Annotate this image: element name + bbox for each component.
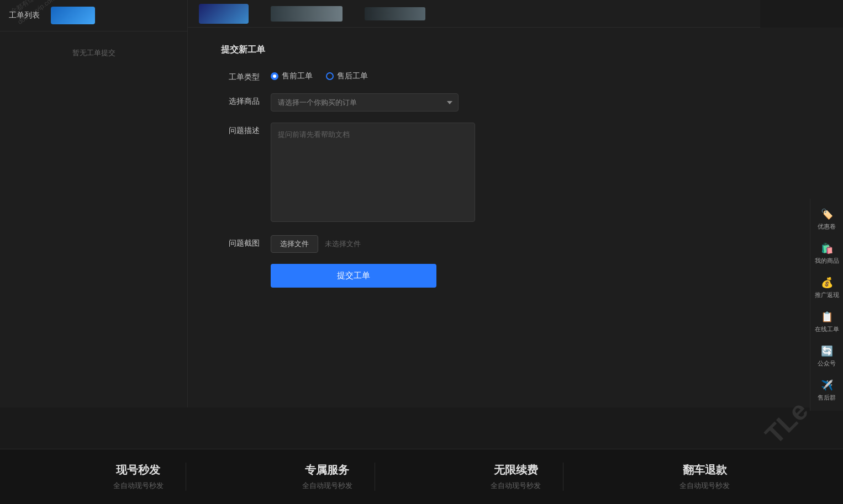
screenshot-label: 问题截图 [221,235,260,248]
sidebar-item-shop[interactable]: 🛍️ 我的商品 [810,237,843,269]
footer: 现号秒发 全自动现号秒发 专属服务 全自动现号秒发 无限续费 全自动现号秒发 翻… [0,449,843,504]
right-sidebar: 🏷️ 优惠卷 🛍️ 我的商品 💰 推广返现 📋 在线工单 🔄 公众号 ✈️ 售后… [810,199,843,411]
radio-presale[interactable]: 售前工单 [271,71,313,81]
shop-label: 我的商品 [815,257,839,265]
problem-desc-label: 问题描述 [221,123,260,136]
top-tabs [188,0,760,28]
sidebar-item-coupon[interactable]: 🏷️ 优惠卷 [810,203,843,235]
sidebar-empty: 暂无工单提交 [0,31,187,407]
sidebar-item-rebate[interactable]: 💰 推广返现 [810,272,843,304]
top-tab-2[interactable] [271,0,343,27]
sidebar-item-ticket[interactable]: 📋 在线工单 [810,306,843,338]
group-label: 售后群 [818,394,836,402]
problem-textarea[interactable] [271,123,475,222]
ticket-type-row: 工单类型 售前工单 售后工单 [221,69,810,82]
coupon-icon: 🏷️ [820,208,834,221]
ticket-type-label: 工单类型 [221,69,260,82]
footer-item-0: 现号秒发 全自动现号秒发 [91,463,186,491]
footer-title-0: 现号秒发 [113,463,164,478]
footer-item-3: 翻车退款 全自动现号秒发 [657,463,752,491]
sidebar-header: 工单列表 [0,0,187,31]
ticket-label: 在线工单 [815,325,839,333]
sidebar-tab-active[interactable] [51,7,95,24]
tab-icon-3 [365,7,425,20]
file-no-selected-text: 未选择文件 [325,239,361,249]
footer-subtitle-3: 全自动现号秒发 [679,481,730,491]
rebate-label: 推广返现 [815,291,839,299]
radio-aftersale[interactable]: 售后工单 [326,71,368,81]
radio-presale-input[interactable] [271,72,278,80]
footer-subtitle-2: 全自动现号秒发 [491,481,541,491]
radio-group: 售前工单 售后工单 [271,69,547,81]
sidebar-item-public[interactable]: 🔄 公众号 [810,340,843,372]
sidebar: 工单列表 暂无工单提交 [0,0,188,407]
screenshot-control: 选择文件 未选择文件 [271,235,547,253]
tab-icon-2 [271,6,343,22]
radio-presale-label: 售前工单 [282,71,313,81]
footer-item-2: 无限续费 全自动现号秒发 [468,463,563,491]
product-select[interactable]: 请选择一个你购买的订单 [271,93,459,112]
tab-icon-1 [199,4,249,24]
group-icon: ✈️ [820,379,834,392]
select-product-row: 选择商品 请选择一个你购买的订单 [221,93,810,112]
ticket-icon: 📋 [820,310,834,323]
footer-subtitle-0: 全自动现号秒发 [113,481,164,491]
main-content: 提交新工单 工单类型 售前工单 售后工单 选择商品 [188,28,843,407]
sidebar-item-group[interactable]: ✈️ 售后群 [810,374,843,406]
form-title: 提交新工单 [221,44,810,56]
public-label: 公众号 [818,359,836,368]
shop-icon: 🛍️ [820,242,834,255]
file-upload-area: 选择文件 未选择文件 [271,235,547,253]
radio-aftersale-label: 售后工单 [337,71,368,81]
ticket-type-control: 售前工单 售后工单 [271,69,547,81]
problem-desc-row: 问题描述 [221,123,810,224]
select-product-control: 请选择一个你购买的订单 [271,93,547,112]
footer-title-1: 专属服务 [302,463,352,478]
coupon-label: 优惠卷 [818,222,836,231]
main-container: 工单列表 暂无工单提交 提交新工单 工单类型 售前工单 [0,0,843,407]
rebate-icon: 💰 [820,276,834,289]
screenshot-row: 问题截图 选择文件 未选择文件 [221,235,810,253]
file-select-button[interactable]: 选择文件 [271,235,318,253]
footer-title-2: 无限续费 [491,463,541,478]
radio-aftersale-input[interactable] [326,72,334,80]
top-tab-1[interactable] [199,0,249,27]
footer-title-3: 翻车退款 [679,463,730,478]
footer-item-1: 专属服务 全自动现号秒发 [280,463,375,491]
sidebar-title[interactable]: 工单列表 [9,10,40,20]
select-product-label: 选择商品 [221,93,260,107]
problem-desc-control [271,123,547,224]
footer-subtitle-1: 全自动现号秒发 [302,481,352,491]
submit-button[interactable]: 提交工单 [271,264,436,288]
public-icon: 🔄 [820,344,834,358]
top-tab-3[interactable] [365,0,425,27]
